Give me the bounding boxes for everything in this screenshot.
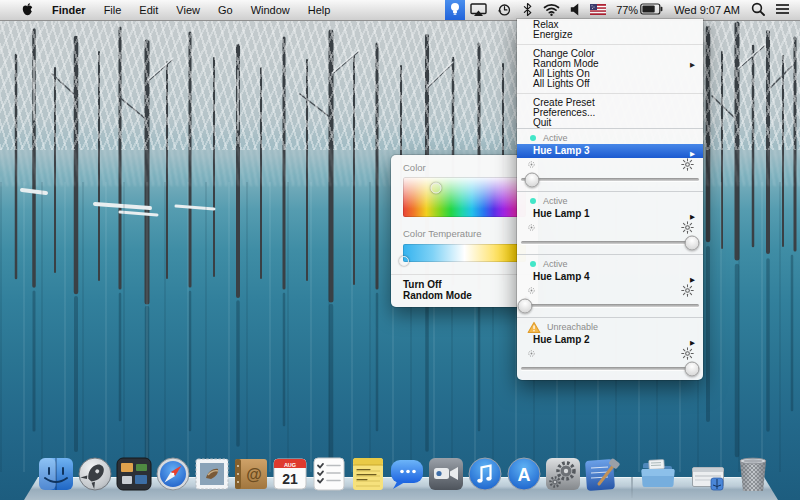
dock: @ AUG 21 xyxy=(0,452,800,500)
slider-knob[interactable] xyxy=(524,172,539,187)
us-flag-icon xyxy=(590,4,606,17)
dock-divider xyxy=(631,477,633,498)
active-dot-icon xyxy=(530,198,536,204)
clock-menu-extra[interactable]: Wed 9:07 AM xyxy=(668,0,746,20)
slider-track[interactable] xyxy=(521,178,699,181)
menu-separator xyxy=(391,274,538,275)
calendar-month-text: AUG xyxy=(284,462,296,468)
bluetooth-menu-extra[interactable] xyxy=(517,0,538,20)
menu-finder[interactable]: Finder xyxy=(43,0,95,20)
brightness-row xyxy=(517,158,703,171)
brightness-slider[interactable] xyxy=(521,297,699,313)
apple-menu[interactable] xyxy=(12,0,43,20)
app-store-a-glyph: A xyxy=(518,465,531,485)
warning-icon xyxy=(527,321,541,334)
menu-item-energize[interactable]: Energize xyxy=(517,30,703,40)
airplay-menu-extra[interactable] xyxy=(465,0,492,20)
dock-icon-trash[interactable] xyxy=(734,454,772,494)
temperature-picker-marker[interactable] xyxy=(399,256,409,266)
menu-window[interactable]: Window xyxy=(242,0,299,20)
lamp-section-hue-lamp-3: Active Hue Lamp 3 ▶ xyxy=(517,129,703,191)
brightness-dim-icon xyxy=(526,222,537,233)
brightness-slider[interactable] xyxy=(521,171,699,187)
calendar-day-text: 21 xyxy=(282,471,298,487)
dock-icon-contacts[interactable]: @ xyxy=(233,456,269,492)
brightness-slider[interactable] xyxy=(521,234,699,250)
menu-file[interactable]: File xyxy=(95,0,131,20)
notification-center-extra[interactable] xyxy=(770,0,800,20)
dock-icon-calendar[interactable]: AUG 21 xyxy=(272,456,308,492)
slider-knob[interactable] xyxy=(684,235,699,250)
lamp-menu-item-hue-lamp-3[interactable]: Hue Lamp 3 ▶ xyxy=(517,144,703,158)
hue-lamp-icon xyxy=(449,2,461,18)
wifi-menu-extra[interactable] xyxy=(538,0,565,20)
lamp-status: Active xyxy=(517,132,703,144)
slider-knob[interactable] xyxy=(517,298,532,313)
dock-icon-xcode[interactable] xyxy=(584,456,620,492)
menu-item-quit[interactable]: Quit xyxy=(517,118,703,128)
menu-edit[interactable]: Edit xyxy=(130,0,167,20)
active-dot-icon xyxy=(530,135,536,141)
minimized-window-finder-badge xyxy=(711,478,723,490)
clock-text: Wed 9:07 AM xyxy=(674,4,740,16)
dock-icon-reminders[interactable] xyxy=(311,456,347,492)
hue-dropdown-menu: Relax Energize Change Color Random Mode▶… xyxy=(517,19,703,380)
menubar: Finder File Edit View Go Window Help xyxy=(0,0,800,21)
time-machine-menu-extra[interactable] xyxy=(492,0,517,20)
menu-separator xyxy=(517,44,703,45)
wifi-icon xyxy=(543,2,560,18)
slider-knob[interactable] xyxy=(684,361,699,376)
slider-track[interactable] xyxy=(521,304,699,307)
battery-percent: 77% xyxy=(616,4,640,16)
dock-icon-mission-control[interactable] xyxy=(116,456,152,492)
lamp-status: Active xyxy=(517,258,703,270)
menu-item-all-lights-off[interactable]: All Lights Off xyxy=(517,79,703,89)
dock-icon-documents-folder[interactable] xyxy=(640,456,676,492)
menubar-status: 77% Wed 9:07 AM xyxy=(445,0,800,20)
slider-track[interactable] xyxy=(521,367,699,370)
brightness-dim-icon xyxy=(526,159,537,170)
brightness-dim-icon xyxy=(526,348,537,359)
dock-icon-app-store[interactable]: A xyxy=(506,456,542,492)
dock-icon-finder[interactable] xyxy=(38,456,74,492)
dock-minimized-window[interactable] xyxy=(692,467,724,491)
notification-list-icon xyxy=(775,3,790,17)
color-submenu-panel: Color Color Temperature Turn Off Random … xyxy=(391,155,538,307)
battery-menu-extra[interactable]: 77% xyxy=(611,0,668,20)
volume-icon xyxy=(570,3,580,18)
color-picker[interactable] xyxy=(403,177,526,217)
brightness-row xyxy=(517,347,703,360)
submenu-arrow-icon: ▶ xyxy=(690,273,695,287)
color-temperature-picker[interactable] xyxy=(403,244,526,262)
brightness-dim-icon xyxy=(526,285,537,296)
dock-icon-system-preferences[interactable] xyxy=(545,456,581,492)
dock-icon-mail[interactable] xyxy=(194,456,230,492)
lamp-status: Active xyxy=(517,195,703,207)
brightness-slider[interactable] xyxy=(521,360,699,376)
lamp-section-hue-lamp-4: Active Hue Lamp 4 ▶ xyxy=(517,255,703,317)
dock-icon-launchpad[interactable] xyxy=(77,456,113,492)
menu-go[interactable]: Go xyxy=(209,0,242,20)
menu-item-random-mode-sub[interactable]: Random Mode▶ xyxy=(403,290,526,301)
menu-help[interactable]: Help xyxy=(299,0,340,20)
dock-icon-itunes[interactable] xyxy=(467,456,503,492)
input-source-menu-extra[interactable] xyxy=(585,0,611,20)
slider-track[interactable] xyxy=(521,241,699,244)
lamp-menu-item-hue-lamp-4[interactable]: Hue Lamp 4 ▶ xyxy=(517,270,703,284)
volume-menu-extra[interactable] xyxy=(565,0,585,20)
brightness-row xyxy=(517,284,703,297)
dock-icon-messages[interactable] xyxy=(389,456,425,492)
dock-icon-safari[interactable] xyxy=(155,456,191,492)
active-dot-icon xyxy=(530,261,536,267)
color-picker-marker[interactable] xyxy=(431,182,442,193)
dock-icon-notes[interactable] xyxy=(350,456,386,492)
menu-view[interactable]: View xyxy=(167,0,209,20)
lamp-menu-item-hue-lamp-2[interactable]: Hue Lamp 2 ▶ xyxy=(517,333,703,347)
spotlight-menu-extra[interactable] xyxy=(746,0,770,20)
hue-menu-extra[interactable] xyxy=(445,0,465,20)
menu-item-turn-off[interactable]: Turn Off xyxy=(403,279,526,290)
dock-icon-facetime[interactable] xyxy=(428,456,464,492)
submenu-arrow-icon: ▶ xyxy=(690,210,695,224)
time-machine-icon xyxy=(497,2,512,19)
lamp-menu-item-hue-lamp-1[interactable]: Hue Lamp 1 ▶ xyxy=(517,207,703,221)
